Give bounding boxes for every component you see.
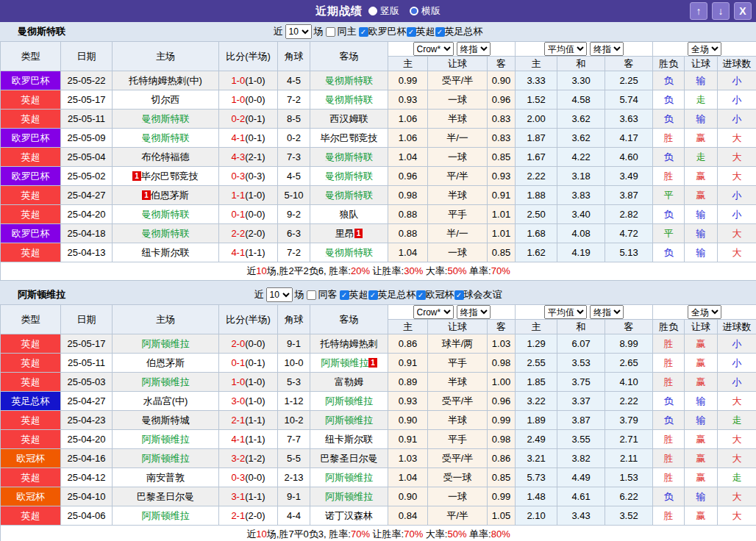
euro-odds-1: 3.37 xyxy=(557,392,605,411)
league-badge: 欧冠杯 xyxy=(1,449,61,468)
league-checkbox[interactable]: ✓ xyxy=(435,27,445,37)
final-odds-select-1[interactable]: 终指 xyxy=(457,305,491,319)
team-label: 富勒姆 xyxy=(335,376,363,387)
league-checkbox[interactable]: ✓ xyxy=(416,290,426,300)
same-venue-checkbox[interactable] xyxy=(307,290,316,300)
fulltime-score: 1-0 xyxy=(231,75,245,86)
team-cell: 巴黎圣日尔曼 xyxy=(113,487,219,506)
euro-odds-2: 4.72 xyxy=(605,224,653,243)
full-match-select[interactable]: 全场 xyxy=(688,305,721,319)
handicap-odds-2: 0.83 xyxy=(488,110,516,129)
match-date: 25-05-22 xyxy=(61,71,113,90)
handicap-odds-1: 受一球 xyxy=(428,468,488,487)
odds-source-select[interactable]: Crow* xyxy=(413,42,454,56)
score-cell: 4-1(1-1) xyxy=(219,243,278,262)
handicap-odds-1: 一球 xyxy=(428,90,488,110)
match-date: 25-05-11 xyxy=(61,354,113,373)
scroll-down-button[interactable]: ↓ xyxy=(712,2,730,20)
team-cell: 曼彻斯特联 xyxy=(310,90,388,110)
team-cell: 切尔西 xyxy=(113,90,219,110)
handicap-odds-2: 0.96 xyxy=(488,90,516,110)
result-2: 小 xyxy=(718,186,756,205)
final-odds-select-2[interactable]: 终指 xyxy=(590,42,624,56)
team-label: 里昂 xyxy=(335,228,354,239)
league-filters: ✓欧罗巴杯✓英超✓英足总杯 xyxy=(359,25,483,38)
near-label: 近 xyxy=(254,288,264,301)
avg-odds-select[interactable]: 平均值 xyxy=(544,42,587,56)
filter-row: 曼彻斯特联近10场同主✓欧罗巴杯✓英超✓英足总杯 xyxy=(0,22,756,41)
handicap-odds-0: 1.06 xyxy=(388,110,428,129)
euro-odds-2: 4.17 xyxy=(605,129,653,148)
match-date: 25-05-02 xyxy=(61,167,113,186)
score-cell: 0-1(0-0) xyxy=(219,205,278,224)
result-2: 小 xyxy=(718,110,756,129)
league-checkbox[interactable]: ✓ xyxy=(359,27,368,37)
same-venue-checkbox[interactable] xyxy=(326,27,335,37)
halftime-score: (0-1) xyxy=(245,132,265,143)
match-count-select[interactable]: 10 xyxy=(285,24,312,39)
team-cell: 托特纳姆热刺(中) xyxy=(113,71,219,90)
corner-count: 9-2 xyxy=(278,205,310,224)
halftime-score: (1-0) xyxy=(245,376,265,387)
score-cell: 0-3(0-3) xyxy=(219,167,278,186)
radio-vertical-layout[interactable]: 竖版 xyxy=(368,4,399,18)
full-match-select[interactable]: 全场 xyxy=(688,42,721,56)
score-cell: 2-1(2-0) xyxy=(219,506,278,526)
team-cell: 纽卡斯尔联 xyxy=(310,430,388,449)
match-date: 25-04-06 xyxy=(61,506,113,526)
team-cell: 阿斯顿维拉 xyxy=(310,411,388,430)
euro-odds-0: 3.21 xyxy=(516,449,557,468)
radio-horizontal-layout[interactable]: 横版 xyxy=(410,4,441,18)
result-1: 赢 xyxy=(685,430,718,449)
match-count-select[interactable]: 10 xyxy=(266,287,293,302)
team-cell: 曼彻斯特联 xyxy=(113,110,219,129)
column-header-4: 角球 xyxy=(278,305,310,334)
team-label: 狼队 xyxy=(340,209,359,220)
halftime-score: (0-0) xyxy=(245,94,265,105)
league-checkbox[interactable]: ✓ xyxy=(340,290,349,300)
handicap-odds-1: 半球 xyxy=(428,186,488,205)
result-0: 负 xyxy=(653,110,685,129)
score-cell: 1-0(1-0) xyxy=(219,71,278,90)
team-cell: 1伯恩茅斯 xyxy=(113,186,219,205)
column-header-2: 主场 xyxy=(113,305,219,334)
halftime-score: (2-0) xyxy=(245,510,265,521)
summary-segment: 30% xyxy=(404,265,423,276)
red-card-badge: 1 xyxy=(142,190,151,200)
result-1: 赢 xyxy=(685,334,718,354)
league-badge: 欧罗巴杯 xyxy=(1,71,61,90)
team-name: 阿斯顿维拉 xyxy=(18,288,65,301)
league-checkbox[interactable]: ✓ xyxy=(454,290,464,300)
euro-odds-2: 2.71 xyxy=(605,430,653,449)
scroll-up-button[interactable]: ↑ xyxy=(690,2,707,20)
fulltime-score: 0-3 xyxy=(231,171,245,182)
handicap-odds-0: 0.93 xyxy=(388,392,428,411)
euro-odds-0: 1.48 xyxy=(516,487,557,506)
fulltime-score: 1-0 xyxy=(231,94,245,105)
euro-odds-0: 1.62 xyxy=(516,243,557,262)
summary-row: 近10场,胜7平0负3, 胜率:70% 让胜率:70% 大率:50% 单率:80… xyxy=(1,526,756,541)
result-2: 小 xyxy=(718,71,756,90)
league-checkbox[interactable]: ✓ xyxy=(407,27,416,37)
handicap-odds-1: 平/半 xyxy=(428,506,488,526)
column-header-4: 角球 xyxy=(278,42,310,71)
match-date: 25-04-18 xyxy=(61,224,113,243)
euro-odds-0: 2.49 xyxy=(516,430,557,449)
final-odds-select-2[interactable]: 终指 xyxy=(590,305,624,319)
result-0: 负 xyxy=(653,411,685,430)
games-label: 场 xyxy=(314,25,324,38)
close-button[interactable]: X xyxy=(734,2,752,20)
fulltime-score: 4-1 xyxy=(231,434,245,445)
result-0: 平 xyxy=(653,186,685,205)
odds-source-select[interactable]: Crow* xyxy=(413,305,454,319)
red-card-badge: 1 xyxy=(354,229,363,238)
league-badge: 英超 xyxy=(1,411,61,430)
team-label: 毕尔巴鄂竞技 xyxy=(321,132,378,143)
final-odds-select-1[interactable]: 终指 xyxy=(457,42,491,56)
euro-odds-2: 3.49 xyxy=(605,167,653,186)
avg-odds-select[interactable]: 平均值 xyxy=(544,305,587,319)
league-checkbox[interactable]: ✓ xyxy=(368,290,378,300)
handicap-odds-0: 0.91 xyxy=(388,430,428,449)
score-cell: 0-2(0-1) xyxy=(219,110,278,129)
sub-header-5: 客 xyxy=(605,57,653,71)
